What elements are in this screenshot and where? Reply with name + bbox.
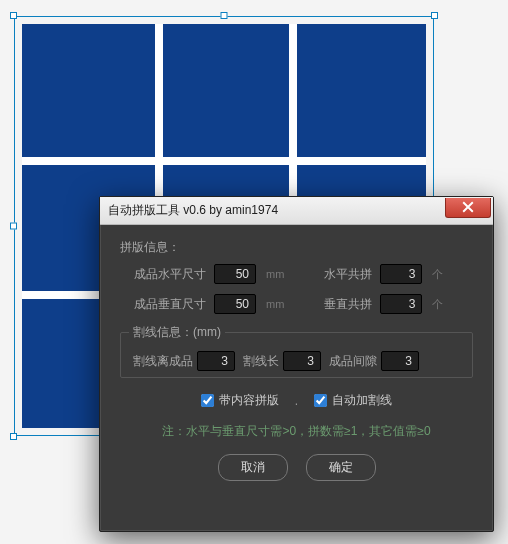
v-size-label: 成品垂直尺寸 [134, 296, 206, 313]
resize-handle-ne[interactable] [431, 12, 438, 19]
v-count-label: 垂直共拼 [324, 296, 372, 313]
v-size-unit: mm [266, 298, 284, 310]
v-size-input[interactable] [214, 294, 256, 314]
section-cutline-title: 割线信息：(mm) [129, 324, 225, 341]
h-count-input[interactable] [380, 264, 422, 284]
h-count-unit: 个 [432, 267, 443, 282]
close-icon [462, 201, 474, 213]
gap-input[interactable] [381, 351, 419, 371]
note-text: 注：水平与垂直尺寸需>0，拼数需≥1，其它值需≥0 [120, 423, 473, 440]
auto-cutline-checkbox-wrap[interactable]: 自动加割线 [314, 392, 392, 409]
resize-handle-sw[interactable] [10, 433, 17, 440]
resize-handle-n[interactable] [221, 12, 228, 19]
h-count-label: 水平共拼 [324, 266, 372, 283]
resize-handle-w[interactable] [10, 223, 17, 230]
cut-len-input[interactable] [283, 351, 321, 371]
cut-len-label: 割线长 [243, 353, 279, 370]
h-size-unit: mm [266, 268, 284, 280]
section-imposition-title: 拼版信息： [120, 239, 473, 256]
h-size-input[interactable] [214, 264, 256, 284]
with-content-checkbox-wrap[interactable]: 带内容拼版 [201, 392, 279, 409]
dialog-titlebar[interactable]: 自动拼版工具 v0.6 by amin1974 [100, 197, 493, 225]
auto-cutline-checkbox[interactable] [314, 394, 327, 407]
v-count-input[interactable] [380, 294, 422, 314]
cut-offset-input[interactable] [197, 351, 235, 371]
close-button[interactable] [445, 198, 491, 218]
separator-dot: . [295, 394, 298, 408]
ok-button[interactable]: 确定 [306, 454, 376, 481]
auto-cutline-label: 自动加割线 [332, 392, 392, 409]
dialog-title: 自动拼版工具 v0.6 by amin1974 [108, 202, 445, 219]
with-content-checkbox[interactable] [201, 394, 214, 407]
with-content-label: 带内容拼版 [219, 392, 279, 409]
imposition-dialog: 自动拼版工具 v0.6 by amin1974 拼版信息： 成品水平尺寸 mm … [99, 196, 494, 532]
resize-handle-nw[interactable] [10, 12, 17, 19]
cancel-button[interactable]: 取消 [218, 454, 288, 481]
cut-offset-label: 割线离成品 [133, 353, 193, 370]
cutline-fieldset: 割线信息：(mm) 割线离成品 割线长 成品间隙 [120, 324, 473, 378]
h-size-label: 成品水平尺寸 [134, 266, 206, 283]
gap-label: 成品间隙 [329, 353, 377, 370]
v-count-unit: 个 [432, 297, 443, 312]
